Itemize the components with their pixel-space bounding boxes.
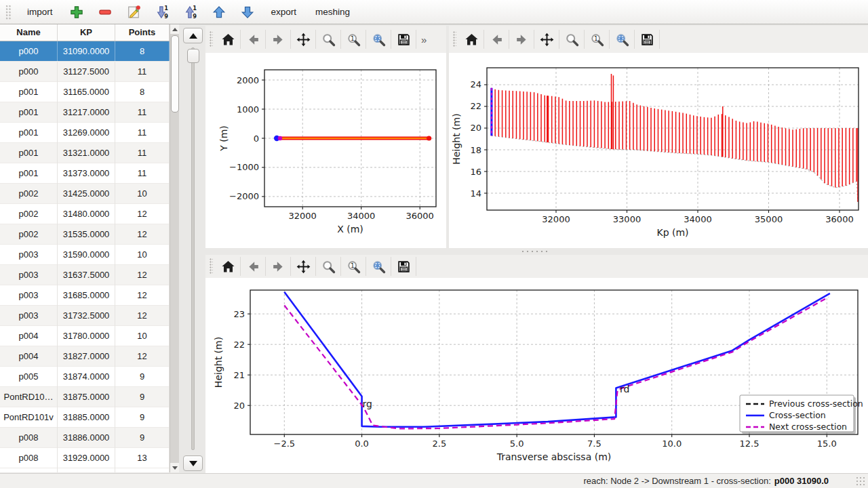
zoom-selection-icon [372, 260, 386, 274]
toolbar-grip[interactable] [5, 5, 12, 20]
zoom-original-button[interactable]: 1 [585, 30, 610, 49]
table-row[interactable]: p00331637.500012 [0, 265, 178, 285]
table-row[interactable]: p00431827.000012 [0, 346, 178, 367]
longitudinal-view-canvas[interactable]: 3200033000340003500036000141618202224Kp … [449, 53, 868, 248]
table-row[interactable]: p00431780.000010 [0, 326, 178, 346]
back-button[interactable] [241, 257, 266, 276]
table-row[interactable]: p00331685.000012 [0, 285, 178, 306]
cross-sections-table: NameKPPoints p00031090.00008p00031127.50… [0, 24, 179, 472]
sort-descending-button[interactable]: 19 [177, 2, 204, 22]
cell-kp: 31590.0000 [58, 245, 115, 265]
table-row[interactable]: p00131373.000011 [0, 163, 178, 184]
table-row[interactable]: PontRD10…31875.00009 [0, 387, 178, 407]
zoom-button[interactable] [559, 30, 585, 49]
status-reach-label: reach: Node 2 -> Downstream 1 - cross-se… [583, 476, 770, 486]
save-button[interactable] [391, 257, 416, 276]
cell-name: p005 [0, 367, 58, 387]
zoom-selection-button[interactable] [366, 257, 391, 276]
table-row[interactable]: p00131269.000011 [0, 123, 178, 143]
table-row[interactable]: p00131217.000011 [0, 102, 178, 123]
table-row[interactable]: p00031090.00008 [0, 41, 178, 62]
meshing-button[interactable]: meshing [307, 2, 359, 22]
svg-text:1: 1 [593, 35, 597, 41]
zoom-original-button[interactable]: 1 [341, 30, 366, 49]
zoom-button[interactable] [316, 30, 341, 49]
resize-grip-icon[interactable] [856, 476, 865, 486]
zoom-selection-button[interactable] [366, 30, 391, 49]
section-up-button[interactable] [183, 28, 203, 43]
svg-text:1: 1 [193, 5, 197, 12]
scrollbar-up-arrow[interactable] [170, 24, 179, 34]
scrollbar-down-arrow[interactable] [170, 463, 179, 472]
table-row[interactable]: p00231425.000010 [0, 184, 178, 204]
edit-cross-section-button[interactable] [120, 2, 147, 22]
toolbar-grip[interactable] [210, 31, 213, 47]
save-icon [397, 260, 411, 274]
table-row[interactable]: PontRD101v31885.00009 [0, 407, 178, 428]
zoom-original-icon: 1 [590, 33, 604, 47]
pan-button[interactable] [291, 30, 316, 49]
forward-button[interactable] [509, 30, 534, 49]
back-button[interactable] [484, 30, 509, 49]
forward-button[interactable] [266, 257, 291, 276]
zoom-original-button[interactable]: 1 [341, 257, 366, 276]
column-header-points[interactable]: Points [115, 24, 170, 41]
column-header-kp[interactable]: KP [58, 24, 115, 41]
zoom-selection-button[interactable] [610, 30, 635, 49]
back-button[interactable] [241, 30, 266, 49]
cross-section-view-canvas[interactable]: −2.50.02.55.07.510.012.515.020212223Tran… [205, 278, 868, 473]
status-bar: reach: Node 2 -> Downstream 1 - cross-se… [0, 473, 868, 488]
cell-kp: 31874.0000 [58, 367, 115, 387]
move-down-button[interactable] [234, 2, 261, 22]
cell-points: 12 [115, 204, 170, 224]
sort-ascending-button[interactable]: 19 [149, 2, 176, 22]
table-row[interactable]: p00131321.000011 [0, 143, 178, 163]
svg-text:−2.5: −2.5 [273, 439, 295, 449]
table-row[interactable]: p00331732.500012 [0, 306, 178, 326]
table-row[interactable]: p00831886.00009 [0, 428, 178, 448]
home-button[interactable] [216, 257, 241, 276]
zoom-button[interactable] [316, 257, 341, 276]
add-cross-section-button[interactable] [63, 2, 90, 22]
zoom-icon [321, 33, 336, 47]
table-row[interactable]: p00131165.00008 [0, 82, 178, 102]
save-icon [397, 33, 411, 47]
remove-cross-section-button[interactable] [92, 2, 119, 22]
table-row[interactable]: p00831929.000013 [0, 448, 178, 468]
table-row[interactable]: p00231535.000012 [0, 224, 178, 245]
cell-points: 9 [115, 428, 170, 448]
toolbar-grip[interactable] [210, 258, 213, 274]
save-button[interactable] [635, 30, 660, 49]
cell-name: p001 [0, 143, 58, 163]
import-button[interactable]: import [18, 2, 62, 22]
cell-kp: 31165.0000 [58, 82, 115, 102]
scrollbar-thumb[interactable] [171, 35, 179, 113]
home-button[interactable] [216, 30, 241, 49]
svg-text:22: 22 [233, 340, 245, 350]
home-icon [465, 33, 479, 47]
table-scrollbar[interactable] [170, 24, 179, 472]
section-slider-track[interactable] [191, 47, 195, 450]
plan-view-canvas[interactable]: 320003400036000−2000−1000010002000X (m)Y… [205, 53, 446, 248]
pan-button[interactable] [291, 257, 316, 276]
svg-text:23: 23 [233, 309, 245, 319]
save-button[interactable] [391, 30, 416, 49]
move-up-button[interactable] [205, 2, 233, 22]
table-row[interactable]: p00231480.000012 [0, 204, 178, 224]
section-down-button[interactable] [183, 455, 203, 471]
section-slider-handle[interactable] [187, 49, 199, 63]
table-row[interactable]: p00331590.000010 [0, 245, 178, 265]
toolbar-grip[interactable] [453, 31, 456, 47]
table-row[interactable]: p00531874.00009 [0, 367, 178, 387]
table-row[interactable]: p00031127.500011 [0, 62, 178, 82]
toolbar-overflow-button[interactable]: » [416, 34, 431, 45]
forward-button[interactable] [266, 30, 291, 49]
column-header-name[interactable]: Name [0, 24, 58, 41]
cell-name: p001 [0, 102, 58, 123]
home-button[interactable] [459, 30, 484, 49]
horizontal-splitter[interactable] [203, 248, 868, 255]
pan-button[interactable] [534, 30, 559, 49]
cell-points: 12 [115, 285, 170, 306]
svg-text:36000: 36000 [406, 211, 434, 221]
export-button[interactable]: export [262, 2, 306, 22]
